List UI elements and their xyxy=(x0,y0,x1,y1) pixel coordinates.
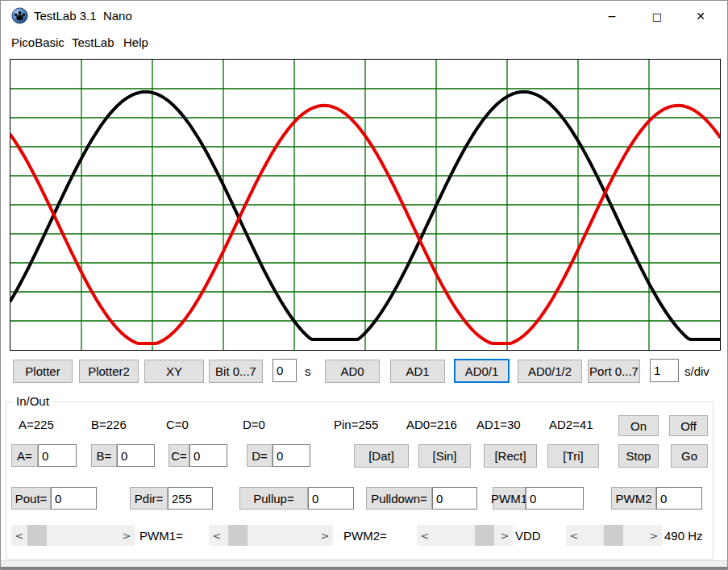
value-pin: Pin=255 xyxy=(334,418,378,431)
vdd-scrollbar[interactable]: < > xyxy=(417,525,513,546)
reg-d-label[interactable]: D= xyxy=(247,444,272,467)
scroll-left-icon[interactable]: < xyxy=(11,525,27,546)
window-bottom-edge xyxy=(1,560,727,569)
pullup-input[interactable] xyxy=(308,487,354,510)
pwm2-scroll-label: PWM2= xyxy=(343,529,387,543)
menu-bar: PicoBasic TestLab Help xyxy=(1,31,727,52)
scrollbar-thumb[interactable] xyxy=(475,525,494,546)
on-button[interactable]: On xyxy=(618,415,659,436)
reg-c-input[interactable] xyxy=(189,444,227,467)
sdiv-input[interactable] xyxy=(650,359,679,382)
value-ad2: AD2=41 xyxy=(549,418,593,431)
oscilloscope-plot xyxy=(10,59,721,351)
close-button[interactable]: ✕ xyxy=(682,1,719,31)
plotter2-button[interactable]: Plotter2 xyxy=(79,360,139,383)
scroll-right-icon[interactable]: > xyxy=(497,525,513,546)
window-title: TestLab 3.1 Nano xyxy=(34,9,132,23)
bit07-button[interactable]: Bit 0...7 xyxy=(209,360,263,383)
scroll-right-icon[interactable]: > xyxy=(317,525,333,546)
menu-help[interactable]: Help xyxy=(121,35,151,50)
time-unit-label: s xyxy=(305,364,311,378)
scroll-right-icon[interactable]: > xyxy=(646,525,662,546)
value-b: B=226 xyxy=(91,418,127,431)
reg-d-input[interactable] xyxy=(272,444,310,467)
pdir-input[interactable] xyxy=(168,487,213,510)
scrollbar-thumb[interactable] xyxy=(604,525,623,546)
minimize-button[interactable]: − xyxy=(593,1,630,31)
pwm1-label[interactable]: PWM1 xyxy=(493,487,526,510)
off-button[interactable]: Off xyxy=(669,415,708,436)
time-input[interactable] xyxy=(272,359,297,382)
pwm1-input[interactable] xyxy=(526,487,584,510)
reg-b-input[interactable] xyxy=(117,444,155,467)
xy-button[interactable]: XY xyxy=(144,360,204,383)
go-button[interactable]: Go xyxy=(671,444,708,468)
title-bar: TestLab 3.1 Nano − □ ✕ xyxy=(1,1,727,31)
reg-a-input[interactable] xyxy=(38,444,77,467)
pullup-label[interactable]: Pullup= xyxy=(239,487,308,510)
sin-button[interactable]: [Sin] xyxy=(418,444,471,468)
scroll-left-icon[interactable]: < xyxy=(417,525,433,546)
vdd-scroll-label: VDD xyxy=(515,529,541,543)
scroll-right-icon[interactable]: > xyxy=(119,525,135,546)
pwm2-label[interactable]: PWM2 xyxy=(611,487,656,510)
app-window: TestLab 3.1 Nano − □ ✕ PicoBasic TestLab… xyxy=(0,0,728,570)
maximize-button[interactable]: □ xyxy=(639,1,676,31)
ad012-button[interactable]: AD0/1/2 xyxy=(518,360,582,383)
pulldown-input[interactable] xyxy=(432,487,477,510)
scroll-left-icon[interactable]: < xyxy=(566,525,582,546)
value-ad0: AD0=216 xyxy=(406,418,457,431)
pwm1-scroll-label: PWM1= xyxy=(139,529,183,543)
value-a: A=225 xyxy=(19,418,54,431)
scrollbar-thumb[interactable] xyxy=(228,525,248,546)
sdiv-unit-label: s/div xyxy=(684,364,709,378)
app-paw-icon xyxy=(11,7,28,24)
menu-testlab[interactable]: TestLab xyxy=(69,35,117,50)
pwm1-scrollbar[interactable]: < > xyxy=(11,525,135,546)
pout-input[interactable] xyxy=(51,487,97,510)
scrollbar-thumb[interactable] xyxy=(27,525,47,546)
pwm2-input[interactable] xyxy=(656,487,702,510)
freq-scrollbar[interactable]: < > xyxy=(566,525,662,546)
reg-a-label[interactable]: A= xyxy=(11,444,38,467)
freq-scroll-label: 490 Hz xyxy=(664,529,703,543)
pulldown-label[interactable]: Pulldown= xyxy=(366,487,432,510)
rect-button[interactable]: [Rect] xyxy=(484,444,537,468)
ad1-button[interactable]: AD1 xyxy=(390,360,445,383)
stop-button[interactable]: Stop xyxy=(618,444,659,468)
port07-button[interactable]: Port 0...7 xyxy=(588,360,640,383)
ad0-button[interactable]: AD0 xyxy=(325,360,380,383)
pwm2-scrollbar[interactable]: < > xyxy=(209,525,333,546)
plotter-button[interactable]: Plotter xyxy=(13,360,73,383)
reg-c-label[interactable]: C= xyxy=(168,444,189,467)
value-ad1: AD1=30 xyxy=(476,418,521,431)
value-d: D=0 xyxy=(243,418,265,431)
value-c: C=0 xyxy=(166,418,189,431)
scroll-left-icon[interactable]: < xyxy=(209,525,225,546)
menu-picobasic[interactable]: PicoBasic xyxy=(9,35,67,50)
scope-canvas xyxy=(10,60,720,350)
dat-button[interactable]: [Dat] xyxy=(354,444,409,468)
tri-button[interactable]: [Tri] xyxy=(547,444,599,468)
inout-group-label: In/Out xyxy=(12,394,53,408)
reg-b-label[interactable]: B= xyxy=(91,444,117,467)
pdir-label[interactable]: Pdir= xyxy=(130,487,168,510)
pout-label[interactable]: Pout= xyxy=(11,487,51,510)
ad01-button[interactable]: AD0/1 xyxy=(454,359,510,383)
